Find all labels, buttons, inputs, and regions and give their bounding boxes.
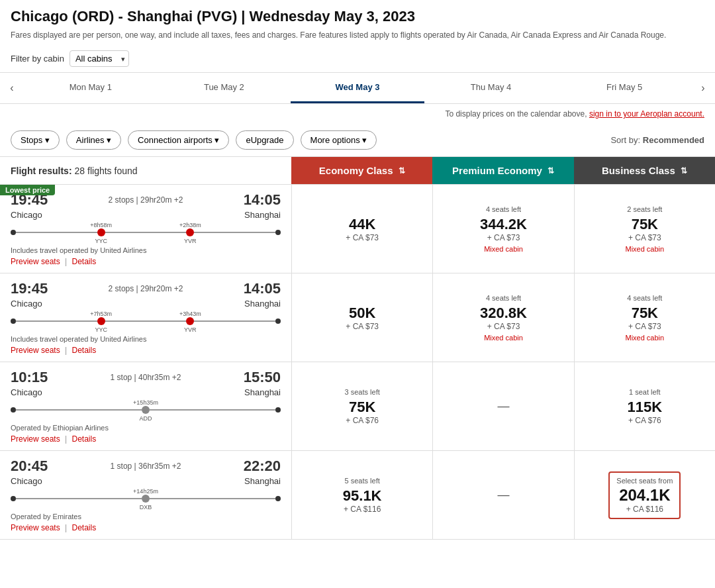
business-price-col[interactable]: 1 seat left 115K + CA $76 [574,362,715,450]
stops-info-1: 2 stops | 29hr20m +2 [48,284,243,293]
business-class-label: Business Class [602,165,675,176]
arrive-time-1: 14:05 [244,280,281,297]
route-line-segment-1 [194,320,275,322]
airline-info-2: Operated by Ethiopian Airlines [11,424,281,432]
economy-price-col[interactable]: 5 seats left 95.1K + CA $116 [291,451,432,539]
cabin-filter-select[interactable]: All cabins [70,50,129,67]
stop-icon-0 [142,406,150,414]
stop-code-0: YYC [95,326,107,333]
premium-economy-header[interactable]: Premium Economy ⇅ [432,157,573,184]
stop-duration-0: +14h25m [133,488,158,495]
business-seats: 2 seats left [627,205,662,213]
flight-row: 19:45 2 stops | 29hr20m +2 14:05 Chicago… [0,273,715,362]
route-line-segment [16,232,97,233]
depart-time-3: 20:45 [11,458,48,475]
origin-dot [11,407,16,413]
lowest-price-badge: Lowest price [0,185,55,195]
arrive-time-2: 15:50 [244,369,281,386]
to-city-0: Shanghai [244,210,281,220]
next-date-button[interactable]: › [691,73,715,103]
details-link-0[interactable]: Details [72,257,97,266]
premium-price-col[interactable]: 4 seats left 320.8K + CA $73 Mixed cabin [432,273,573,362]
page-title: Chicago (ORD) - Shanghai (PVG) | Wednesd… [11,8,704,25]
route-line-segment [16,498,142,499]
premium-mixed: Mixed cabin [484,334,523,342]
preview-seats-link-0[interactable]: Preview seats [11,257,60,266]
stop-icon-0 [142,495,150,503]
preview-seats-link-2[interactable]: Preview seats [11,434,60,444]
connection-button[interactable]: Connection airports ▾ [128,130,229,150]
business-select-label: Select seats from [616,477,673,485]
premium-no-price: — [497,488,509,502]
date-tabs: Mon May 1Tue May 2Wed May 3Thu May 4Fri … [24,73,691,103]
premium-price-col[interactable]: — [432,451,573,539]
flight-links-2: Preview seats | Details [11,434,281,444]
stop-code-1: YVR [184,238,197,244]
stops-info-3: 1 stop | 36hr35m +2 [48,462,243,471]
stop-duration-0: +15h35m [133,399,158,406]
route-line-segment-0 [105,320,187,322]
cabin-filter-wrap[interactable]: All cabins [70,50,129,67]
flight-info-2: 10:15 1 stop | 40hr35m +2 15:50 Chicago … [0,362,291,450]
stop-duration-0: +7h53m [90,311,112,317]
route-diagram: DXB +14h25m [11,489,281,509]
economy-price-col[interactable]: 50K + CA $73 [291,273,432,362]
route-line-segment-0 [150,498,275,499]
business-class-header[interactable]: Business Class ⇅ [574,157,715,184]
business-seats: 1 seat left [629,388,661,396]
premium-cash: + CA $73 [487,233,520,242]
signin-link[interactable]: sign in to your Aeroplan account. [589,109,704,119]
from-city-3: Chicago [11,476,42,486]
date-tab-3[interactable]: Thu May 4 [424,73,558,103]
results-header: Flight results: 28 flights found Economy… [0,156,715,185]
premium-price-col[interactable]: 4 seats left 344.2K + CA $73 Mixed cabin [432,185,573,273]
economy-class-header[interactable]: Economy Class ⇅ [291,157,432,184]
stop-node-0: ADD +15h35m [142,406,150,414]
economy-price: 75K [349,399,375,416]
economy-class-label: Economy Class [319,165,393,176]
stops-button[interactable]: Stops ▾ [11,130,60,150]
stop-node-1: YVR +2h38m [186,228,194,236]
route-line-segment [16,320,97,322]
page-header: Chicago (ORD) - Shanghai (PVG) | Wednesd… [0,0,715,28]
preview-seats-link-1[interactable]: Preview seats [11,346,60,355]
flight-times-3: 20:45 1 stop | 36hr35m +2 22:20 [11,458,281,475]
business-cash: + CA $73 [628,322,661,331]
fare-notice: Fares displayed are per person, one way,… [0,28,715,45]
more-button[interactable]: More options ▾ [301,130,377,150]
economy-sort-icon: ⇅ [399,166,405,175]
business-selected-box[interactable]: Select seats from 204.1K + CA $116 [608,471,681,519]
business-price: 204.1K [616,486,673,505]
premium-sort-icon: ⇅ [548,166,554,175]
results-label: Flight results: 28 flights found [0,157,291,184]
date-tab-4[interactable]: Fri May 5 [557,73,691,103]
stop-code-0: ADD [140,415,152,422]
preview-seats-link-3[interactable]: Preview seats [11,523,60,532]
stop-icon-1 [186,317,194,325]
premium-seats: 4 seats left [486,205,521,213]
details-link-3[interactable]: Details [72,523,97,532]
business-cash: + CA $116 [616,505,673,514]
details-link-2[interactable]: Details [72,434,97,444]
premium-price-col[interactable]: — [432,362,573,450]
economy-seats: 3 seats left [345,388,380,396]
date-tab-0[interactable]: Mon May 1 [24,73,158,103]
eupgrade-button[interactable]: eUpgrade [236,130,293,150]
prev-date-button[interactable]: ‹ [0,73,24,103]
details-link-1[interactable]: Details [72,346,97,355]
business-price-col[interactable]: Select seats from 204.1K + CA $116 [574,451,715,539]
airline-info-0: Includes travel operated by United Airli… [11,246,281,254]
flight-times-1: 19:45 2 stops | 29hr20m +2 14:05 [11,280,281,297]
economy-price: 44K [349,216,375,233]
economy-price-col[interactable]: 44K + CA $73 [291,185,432,273]
signin-notice: To display prices on the calendar above,… [0,104,715,124]
stops-info-2: 1 stop | 40hr35m +2 [48,373,243,382]
business-price-col[interactable]: 4 seats left 75K + CA $73 Mixed cabin [574,273,715,362]
business-price-col[interactable]: 2 seats left 75K + CA $73 Mixed cabin [574,185,715,273]
premium-economy-label: Premium Economy [452,165,542,176]
date-tab-1[interactable]: Tue May 2 [158,73,291,103]
dest-dot [275,407,281,413]
date-tab-2[interactable]: Wed May 3 [291,73,424,103]
airlines-button[interactable]: Airlines ▾ [66,130,121,150]
economy-price-col[interactable]: 3 seats left 75K + CA $76 [291,362,432,450]
